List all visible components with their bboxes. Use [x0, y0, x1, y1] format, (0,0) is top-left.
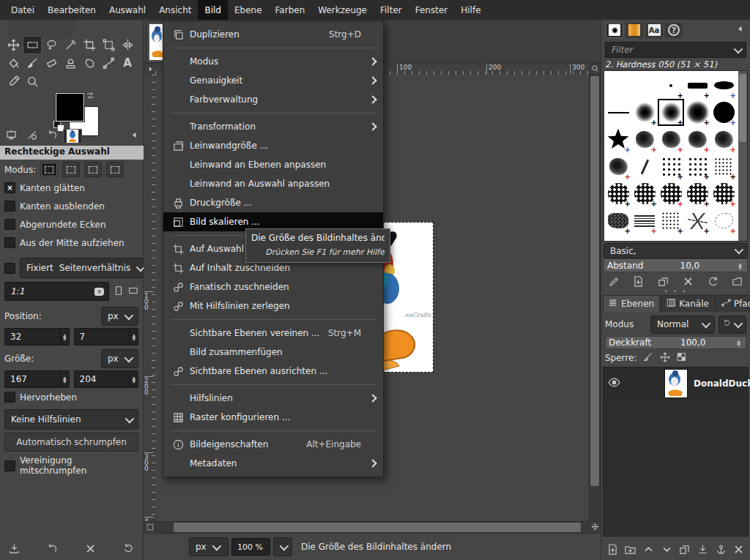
menu-item[interactable]: Raster konfigurieren ...	[163, 408, 383, 427]
spinner[interactable]: ▲▼	[735, 337, 743, 348]
brush-chalk[interactable]	[605, 153, 631, 180]
brush-filter-input[interactable]: Filter	[605, 42, 746, 58]
menubar-item-werkzeuge[interactable]: Werkzeuge	[311, 0, 374, 20]
tab-help[interactable]: ?	[665, 23, 683, 38]
menubar-item-auswahl[interactable]: Auswahl	[103, 0, 152, 20]
new-layer-group-icon[interactable]	[623, 542, 639, 556]
brush-sponge[interactable]	[710, 180, 737, 207]
tool-picker[interactable]	[4, 72, 23, 91]
menu-item[interactable]: Genauigkeit	[163, 71, 383, 90]
menu-item[interactable]: Sichtbare Ebenen ausrichten ...	[163, 362, 383, 381]
brush-dots-sm[interactable]	[710, 153, 737, 180]
position-unit-dropdown[interactable]: px	[101, 307, 138, 326]
delete-brush-icon[interactable]	[680, 274, 696, 288]
autoshrink-button[interactable]: Automatisch schrumpfen	[4, 433, 138, 452]
tab-paths[interactable]: Pfade	[716, 295, 750, 312]
brush-soft[interactable]	[631, 99, 658, 126]
restore-tool-preset-icon[interactable]	[44, 541, 60, 556]
tab-fonts[interactable]: Aa	[645, 23, 663, 38]
brush-chalk[interactable]	[631, 126, 658, 153]
statusbar-unit-dropdown[interactable]: px	[189, 537, 229, 556]
size-width-input[interactable]: 167 ▲▼	[4, 370, 70, 388]
brush-scribble[interactable]	[631, 207, 658, 234]
refresh-brushes-icon[interactable]	[705, 274, 721, 288]
brush-dots-sm[interactable]	[658, 207, 684, 234]
tab-image-thumbnail[interactable]	[63, 129, 82, 143]
dock-grip[interactable]: • • •	[601, 289, 750, 294]
menu-item[interactable]: Mit Hilfslinien zerlegen	[163, 296, 383, 316]
tool-flip[interactable]	[118, 36, 137, 54]
size-unit-dropdown[interactable]: px	[101, 349, 138, 368]
vscroll-thumb[interactable]	[590, 76, 599, 486]
spinner[interactable]: ▲▼	[60, 329, 69, 345]
brush-dot[interactable]	[658, 72, 684, 99]
foreground-color-swatch[interactable]	[56, 93, 84, 122]
brush-circle[interactable]	[710, 99, 737, 126]
opacity-slider[interactable]: Deckkraft 100,0 ▲▼	[605, 336, 746, 349]
tool-clone[interactable]	[61, 54, 80, 72]
spinner[interactable]: ▲▼	[129, 371, 138, 387]
brush-chalk[interactable]	[658, 126, 684, 153]
brush-soft[interactable]	[658, 99, 684, 126]
blend-space-button[interactable]	[719, 316, 746, 334]
duplicate-layer-icon[interactable]	[677, 542, 693, 556]
tool-smudge[interactable]	[80, 54, 99, 72]
menu-item[interactable]: Modus	[163, 52, 383, 71]
hscroll-thumb[interactable]	[174, 523, 581, 532]
position-y-input[interactable]: 7 ▲▼	[74, 328, 139, 346]
spinner[interactable]: ▲▼	[129, 329, 138, 345]
brush-soft2[interactable]	[684, 99, 710, 126]
menubar-item-ebene[interactable]: Ebene	[228, 0, 269, 20]
clear-icon[interactable]: ×	[94, 288, 104, 296]
mode-add-button[interactable]	[62, 162, 80, 177]
rounded-corners-checkbox[interactable]	[4, 219, 15, 230]
vertical-scrollbar[interactable]	[589, 75, 601, 522]
brush-scroll-thumb[interactable]	[739, 74, 746, 142]
brush-spacing-slider[interactable]: Abstand 10,0 ▲▼	[604, 258, 748, 272]
shrink-merged-checkbox[interactable]	[4, 460, 15, 471]
menubar-item-fenster[interactable]: Fenster	[409, 0, 455, 20]
tool-crop[interactable]	[80, 36, 99, 54]
vertical-ruler[interactable]: 1 0 0 2 0 0 3 0 0 4	[144, 75, 156, 522]
lock-pixels-icon[interactable]	[643, 352, 653, 365]
guides-dropdown[interactable]: Keine Hilfslinien	[4, 409, 138, 430]
brush-star[interactable]	[605, 126, 631, 153]
menu-item[interactable]: Leinwand an Auswahl anpassen	[163, 174, 383, 193]
tab-gradients[interactable]	[625, 23, 643, 38]
menubar-item-hilfe[interactable]: Hilfe	[454, 0, 487, 20]
antialias-checkbox[interactable]	[4, 182, 15, 193]
menu-item[interactable]: Metadaten	[163, 454, 383, 473]
brush-empty[interactable]	[605, 72, 631, 99]
menubar-item-bild[interactable]: Bild	[198, 0, 228, 20]
lock-position-icon[interactable]	[660, 352, 670, 365]
brush-dots[interactable]	[658, 153, 684, 180]
tool-wand[interactable]	[61, 36, 80, 54]
navigation-button[interactable]	[589, 521, 601, 534]
menu-item[interactable]: Hilfslinien	[163, 389, 383, 408]
lower-layer-icon[interactable]	[658, 542, 675, 556]
reset-tool-options-icon[interactable]	[120, 541, 136, 556]
spinner[interactable]: ▲▼	[736, 259, 744, 272]
menu-item[interactable]: Bild zusammenfügen	[163, 343, 383, 362]
brush-bar[interactable]	[684, 72, 710, 99]
mode-subtract-button[interactable]	[84, 162, 102, 177]
tool-eraser[interactable]	[42, 54, 61, 72]
spinner[interactable]: ▲▼	[60, 371, 69, 387]
menu-item[interactable]: Transformation	[163, 117, 383, 136]
brush-sponge[interactable]	[605, 180, 631, 207]
delete-tool-preset-icon[interactable]	[82, 541, 98, 556]
merge-layer-icon[interactable]	[695, 542, 711, 556]
menubar-item-bearbeiten[interactable]: Bearbeiten	[41, 0, 103, 20]
layer-row[interactable]: DonaldDuck.jp	[604, 367, 748, 400]
brush-chalk[interactable]	[684, 126, 710, 153]
horizontal-scrollbar[interactable]	[155, 521, 590, 534]
menu-item[interactable]: Leinwand an Ebenen anpassen	[163, 155, 383, 174]
fixed-checkbox[interactable]	[4, 263, 15, 274]
brush-scrollbar[interactable]	[738, 71, 747, 241]
menu-item[interactable]: Farbverwaltung	[163, 90, 383, 109]
tool-zoom[interactable]	[23, 72, 42, 91]
menubar-item-datei[interactable]: Datei	[4, 0, 41, 20]
tool-lasso[interactable]	[42, 36, 61, 54]
highlight-checkbox[interactable]	[4, 392, 15, 403]
lock-alpha-icon[interactable]	[677, 352, 686, 364]
